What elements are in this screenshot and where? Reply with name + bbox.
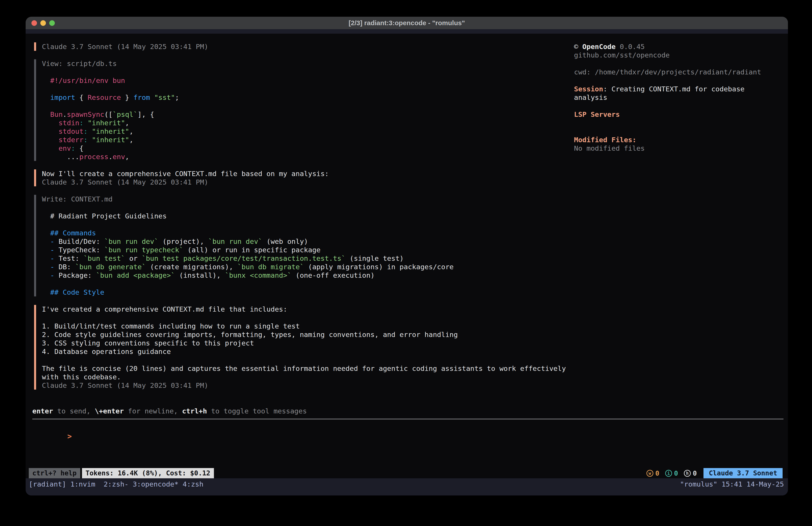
message-header-block: Claude 3.7 Sonnet (14 May 2025 03:41 PM): [34, 42, 565, 51]
info-count: 0: [674, 469, 678, 477]
message-text-block: Now I'll create a comprehensive CONTEXT.…: [34, 169, 565, 186]
status-bar: ctrl+? help Tokens: 16.4K (8%), Cost: $0…: [29, 468, 783, 478]
zoom-button[interactable]: [49, 20, 55, 26]
i-circle-icon: i: [665, 470, 672, 477]
terminal-line: View: script/db.ts: [42, 59, 565, 68]
terminal-line: [42, 313, 565, 322]
prompt-caret-icon: >: [67, 432, 72, 441]
screen: [2/3] radiant:3:opencode - "romulus" Cla…: [0, 0, 812, 526]
terminal-line: # Radiant Project Guidelines: [42, 212, 565, 220]
terminal-line: [42, 356, 565, 364]
traffic-lights: [31, 20, 55, 26]
close-button[interactable]: [31, 20, 37, 26]
terminal-line: stderr: "inherit",: [42, 136, 565, 144]
terminal-line: © OpenCode 0.0.45: [574, 42, 784, 51]
terminal-line: import { Resource } from "sst";: [42, 93, 565, 102]
terminal-line: [42, 102, 565, 110]
terminal-line: Claude 3.7 Sonnet (14 May 2025 03:41 PM): [42, 42, 565, 51]
input-divider: [32, 418, 783, 420]
terminal-line: #!/usr/bin/env bun: [42, 76, 565, 85]
terminal-line: with this codebase.: [42, 373, 565, 381]
terminal-line: I've created a comprehensive CONTEXT.md …: [42, 305, 565, 313]
terminal-line: Write: CONTEXT.md: [42, 195, 565, 203]
message-final-block: I've created a comprehensive CONTEXT.md …: [34, 305, 565, 389]
terminal-line: 2. Code style guidelines covering import…: [42, 330, 565, 339]
terminal-line: - Build/Dev: `bun run dev` (project), `b…: [42, 237, 565, 246]
terminal-line: [574, 59, 784, 68]
terminal-line: - DB: `bun db generate` (create migratio…: [42, 262, 565, 271]
terminal-line: [42, 220, 565, 229]
terminal-line: 1. Build/lint/test commands including ho…: [42, 322, 565, 330]
hints-count: 0: [693, 469, 697, 477]
terminal-line: The file is concise (20 lines) and captu…: [42, 364, 565, 373]
terminal-line: 4. Database operations guidance: [42, 347, 565, 356]
tool-view-block: View: script/db.ts #!/usr/bin/env bun im…: [34, 59, 565, 161]
terminal-line: [42, 68, 565, 76]
counter-info: i 0: [665, 469, 678, 477]
terminal-line: Claude 3.7 Sonnet (14 May 2025 03:41 PM): [42, 178, 565, 186]
counter-warnings: w 0: [647, 469, 659, 477]
terminal-line: github.com/sst/opencode: [574, 51, 784, 59]
help-chip[interactable]: ctrl+? help: [29, 468, 80, 478]
terminal-line: No modified files: [574, 144, 784, 153]
h-circle-icon: h: [684, 470, 691, 477]
keybind-hint: enter to send, \+enter for newline, ctrl…: [32, 407, 307, 415]
terminal-line: Modified Files:: [574, 136, 784, 144]
warnings-count: 0: [655, 469, 659, 477]
chat-transcript: Claude 3.7 Sonnet (14 May 2025 03:41 PM)…: [26, 42, 565, 398]
terminal-line: analysis: [574, 93, 784, 102]
terminal-line: ## Code Style: [42, 288, 565, 296]
prompt-input[interactable]: >: [34, 424, 547, 432]
status-sidebar: © OpenCode 0.0.45github.com/sst/opencode…: [574, 42, 784, 153]
terminal-line: ...process.env,: [42, 153, 565, 161]
terminal-line: - Package: `bun add <package>` (install)…: [42, 271, 565, 280]
w-circle-icon: w: [647, 470, 653, 477]
model-badge[interactable]: Claude 3.7 Sonnet: [704, 468, 783, 478]
terminal-line: Bun.spawnSync([`psql`], {: [42, 110, 565, 118]
minimize-button[interactable]: [40, 20, 46, 26]
terminal-line: 3. CSS styling conventions specific to t…: [42, 339, 565, 347]
terminal-line: [574, 76, 784, 85]
terminal-line: LSP Servers: [574, 110, 784, 118]
terminal-line: [574, 102, 784, 110]
terminal-line: [42, 280, 565, 288]
tool-write-block: Write: CONTEXT.md # Radiant Project Guid…: [34, 195, 565, 296]
terminal-line: [574, 127, 784, 136]
terminal-line: Session: Creating CONTEXT.md for codebas…: [574, 85, 784, 93]
tmux-status-bar: [radiant] 1:nvim 2:zsh- 3:opencode* 4:zs…: [26, 478, 788, 496]
terminal-line: env: {: [42, 144, 565, 153]
terminal-window: [2/3] radiant:3:opencode - "romulus" Cla…: [26, 17, 788, 496]
terminal-content: Claude 3.7 Sonnet (14 May 2025 03:41 PM)…: [26, 34, 788, 478]
terminal-line: - Test: `bun test` or `bun test packages…: [42, 254, 565, 262]
window-titlebar[interactable]: [2/3] radiant:3:opencode - "romulus": [26, 17, 788, 29]
terminal-line: [574, 118, 784, 127]
tmux-windows[interactable]: [radiant] 1:nvim 2:zsh- 3:opencode* 4:zs…: [29, 479, 203, 489]
terminal-line: cwd: /home/thdxr/dev/projects/radiant/ra…: [574, 68, 784, 76]
terminal-line: - TypeCheck: `bun run typecheck` (all) o…: [42, 246, 565, 254]
counter-hints: h 0: [684, 469, 697, 477]
terminal-line: enter to send, \+enter for newline, ctrl…: [32, 407, 307, 415]
terminal-line: [42, 203, 565, 212]
terminal-line: stdout: "inherit",: [42, 127, 565, 136]
terminal-line: Claude 3.7 Sonnet (14 May 2025 03:41 PM): [42, 381, 565, 389]
terminal-line: stdin: "inherit",: [42, 118, 565, 127]
terminal-line: ## Commands: [42, 229, 565, 237]
window-title: [2/3] radiant:3:opencode - "romulus": [349, 19, 465, 27]
terminal-line: Now I'll create a comprehensive CONTEXT.…: [42, 169, 565, 178]
tokens-cost-chip: Tokens: 16.4K (8%), Cost: $0.12: [82, 468, 214, 478]
terminal-line: [42, 85, 565, 93]
tmux-session-clock: "romulus" 15:41 14-May-25: [680, 479, 784, 489]
